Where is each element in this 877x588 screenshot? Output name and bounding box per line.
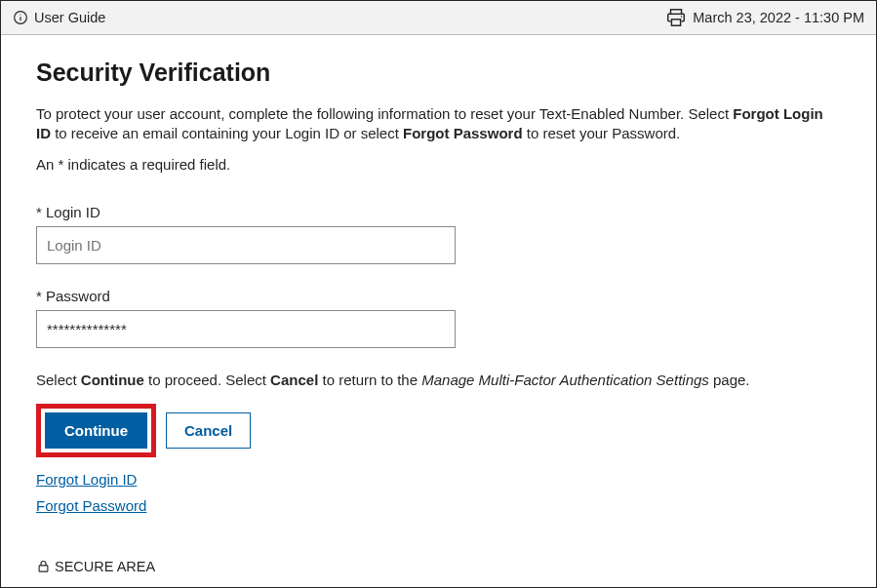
continue-button[interactable]: Continue (45, 412, 147, 449)
user-guide-label: User Guide (34, 10, 105, 25)
lock-icon (36, 559, 51, 573)
info-icon (13, 10, 28, 25)
page-title: Security Verification (36, 59, 841, 87)
print-button[interactable] (665, 7, 687, 28)
svg-rect-6 (39, 566, 48, 571)
main-content: Security Verification To protect your us… (1, 35, 876, 587)
password-label: * Password (36, 288, 841, 304)
secure-area-label: SECURE AREA (36, 559, 841, 574)
svg-point-5 (681, 16, 682, 17)
top-bar: User Guide March 23, 2022 - 11:30 PM (1, 1, 876, 35)
svg-rect-3 (671, 10, 682, 15)
cancel-button[interactable]: Cancel (166, 412, 251, 449)
password-field-group: * Password (36, 288, 841, 348)
login-id-input[interactable] (36, 226, 456, 264)
timestamp: March 23, 2022 - 11:30 PM (693, 10, 864, 25)
svg-point-2 (20, 14, 20, 15)
login-id-label: * Login ID (36, 204, 841, 220)
continue-highlight: Continue (36, 404, 156, 457)
user-guide-link[interactable]: User Guide (13, 10, 105, 25)
required-note: An * indicates a required field. (36, 156, 841, 173)
svg-rect-4 (672, 20, 681, 25)
login-id-field-group: * Login ID (36, 204, 841, 264)
proceed-note: Select Continue to proceed. Select Cance… (36, 372, 841, 388)
forgot-password-link[interactable]: Forgot Password (36, 497, 146, 514)
forgot-login-id-link[interactable]: Forgot Login ID (36, 471, 137, 488)
button-row: Continue Cancel (36, 404, 841, 457)
app-window: User Guide March 23, 2022 - 11:30 PM Sec… (0, 0, 877, 588)
password-input[interactable] (36, 310, 456, 348)
intro-text: To protect your user account, complete t… (36, 104, 841, 144)
